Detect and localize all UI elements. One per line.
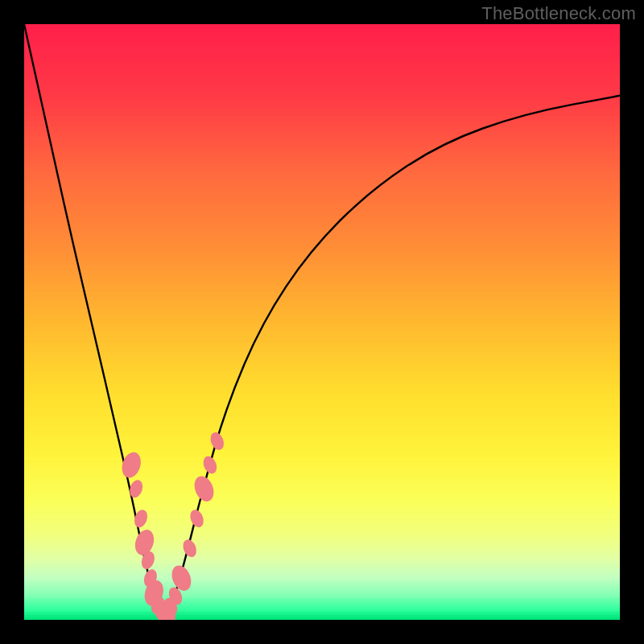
highlight-bead xyxy=(191,473,217,504)
highlight-bead xyxy=(208,431,227,452)
highlight-bead xyxy=(188,508,206,530)
highlight-beads-group xyxy=(119,431,226,620)
watermark-text: TheBottleneck.com xyxy=(481,3,636,24)
bottleneck-curve xyxy=(24,24,620,615)
curve-layer xyxy=(24,24,620,620)
plot-area xyxy=(24,24,620,620)
highlight-bead xyxy=(132,527,157,558)
highlight-bead xyxy=(127,478,144,499)
chart-frame: TheBottleneck.com xyxy=(0,0,644,644)
highlight-bead xyxy=(201,454,220,476)
highlight-bead xyxy=(180,538,199,559)
